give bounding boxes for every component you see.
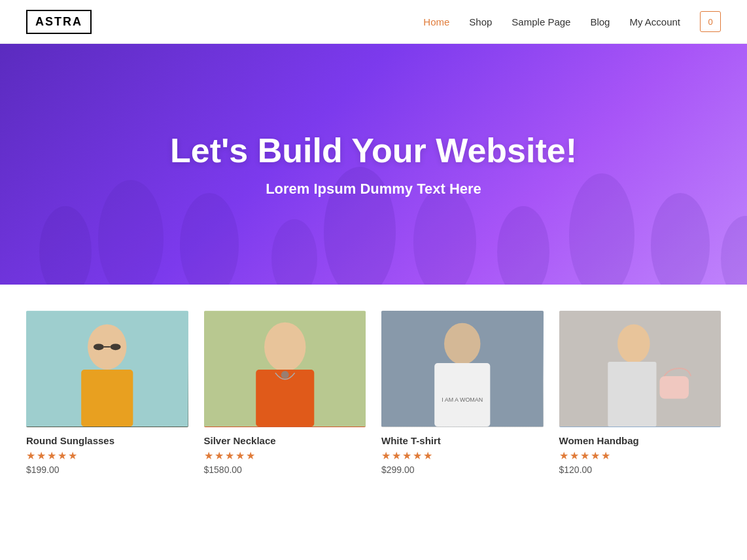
star-icon: ★ — [413, 449, 422, 462]
product-image[interactable] — [559, 311, 721, 427]
products-grid: Round Sunglasses★★★★★$199.00 Silver Neck… — [26, 311, 721, 475]
svg-point-0 — [39, 206, 92, 285]
products-section: Round Sunglasses★★★★★$199.00 Silver Neck… — [0, 285, 747, 501]
cart-button[interactable]: 0 — [700, 11, 721, 32]
star-icon: ★ — [215, 449, 224, 462]
main-nav: Home Shop Sample Page Blog My Account 0 — [423, 11, 721, 32]
product-stars: ★★★★★ — [381, 449, 544, 462]
product-card: Women Handbag★★★★★$120.00 — [559, 311, 721, 475]
svg-point-8 — [651, 193, 710, 285]
svg-point-17 — [264, 323, 305, 372]
hero-banner: Let's Build Your Website! Lorem Ipsum Du… — [0, 44, 747, 285]
nav-my-account[interactable]: My Account — [629, 16, 680, 27]
svg-point-13 — [94, 343, 104, 350]
star-icon: ★ — [235, 449, 245, 462]
product-name: Silver Necklace — [204, 435, 366, 446]
star-icon: ★ — [246, 449, 255, 462]
star-icon: ★ — [559, 449, 568, 462]
svg-point-6 — [497, 206, 549, 285]
product-stars: ★★★★★ — [26, 449, 188, 462]
star-icon: ★ — [204, 449, 213, 462]
product-stars: ★★★★★ — [559, 449, 721, 462]
product-price: $120.00 — [559, 464, 721, 475]
product-price: $299.00 — [381, 464, 544, 475]
star-icon: ★ — [58, 449, 67, 462]
nav-home[interactable]: Home — [423, 16, 449, 27]
nav-blog[interactable]: Blog — [590, 16, 610, 27]
star-icon: ★ — [591, 449, 600, 462]
star-icon: ★ — [225, 449, 234, 462]
star-icon: ★ — [570, 449, 579, 462]
svg-point-19 — [281, 371, 288, 379]
svg-point-1 — [98, 180, 164, 285]
star-icon: ★ — [392, 449, 401, 462]
product-price: $1580.00 — [204, 464, 366, 475]
product-image[interactable]: I AM A WOMAN — [381, 311, 544, 427]
site-logo[interactable]: ASTRA — [26, 10, 92, 34]
star-icon: ★ — [381, 449, 391, 462]
svg-point-9 — [721, 216, 747, 285]
svg-rect-12 — [81, 370, 133, 427]
star-icon: ★ — [26, 449, 35, 462]
product-name: Women Handbag — [559, 435, 721, 446]
svg-point-2 — [180, 193, 239, 285]
svg-point-5 — [413, 186, 476, 285]
product-name: White T-shirt — [381, 435, 544, 446]
product-name: Round Sunglasses — [26, 435, 188, 446]
svg-point-25 — [617, 324, 650, 363]
svg-text:I AM A WOMAN: I AM A WOMAN — [442, 396, 483, 403]
svg-point-3 — [271, 219, 317, 285]
svg-point-7 — [569, 173, 634, 285]
header: ASTRA Home Shop Sample Page Blog My Acco… — [0, 0, 747, 44]
svg-rect-22 — [434, 363, 490, 427]
svg-rect-26 — [608, 362, 656, 427]
star-icon: ★ — [47, 449, 56, 462]
star-icon: ★ — [423, 449, 432, 462]
product-image[interactable] — [26, 311, 188, 427]
product-stars: ★★★★★ — [204, 449, 366, 462]
svg-point-21 — [444, 323, 480, 364]
cart-count: 0 — [708, 17, 712, 27]
hero-heading: Let's Build Your Website! — [170, 131, 577, 170]
svg-point-14 — [111, 343, 121, 350]
star-icon: ★ — [402, 449, 411, 462]
star-icon: ★ — [37, 449, 46, 462]
star-icon: ★ — [68, 449, 77, 462]
product-card: Silver Necklace★★★★★$1580.00 — [204, 311, 366, 475]
nav-sample-page[interactable]: Sample Page — [512, 16, 570, 27]
hero-subheading: Lorem Ipsum Dummy Text Here — [266, 181, 481, 198]
svg-rect-27 — [659, 376, 689, 399]
nav-shop[interactable]: Shop — [469, 16, 492, 27]
product-image[interactable] — [204, 311, 366, 427]
product-card: Round Sunglasses★★★★★$199.00 — [26, 311, 188, 475]
star-icon: ★ — [580, 449, 589, 462]
product-card: I AM A WOMAN White T-shirt★★★★★$299.00 — [381, 311, 544, 475]
product-price: $199.00 — [26, 464, 188, 475]
star-icon: ★ — [601, 449, 610, 462]
